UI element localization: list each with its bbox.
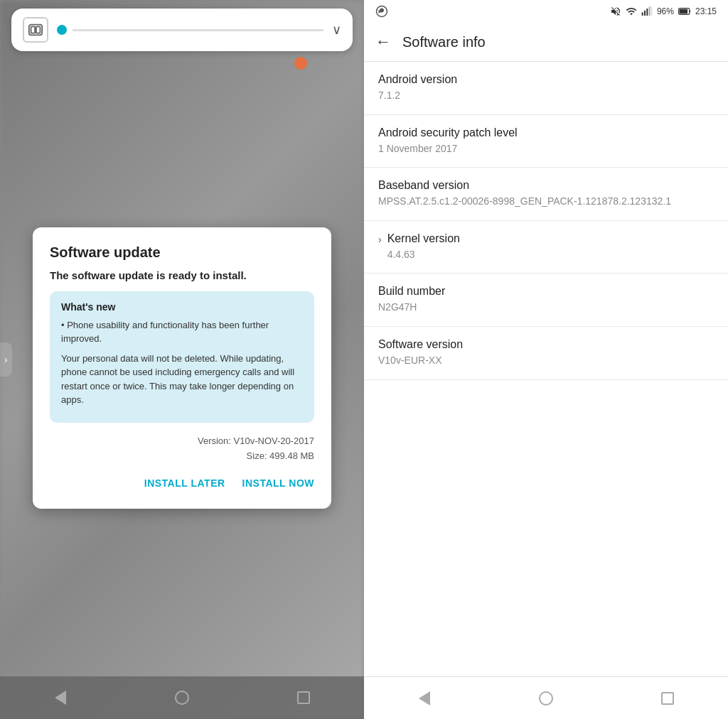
svg-rect-6 bbox=[646, 9, 648, 16]
update-meta: Version: V10v-NOV-20-2017 Size: 499.48 M… bbox=[50, 434, 314, 464]
whats-new-box: What's new • Phone usability and functio… bbox=[50, 291, 314, 423]
recents-icon bbox=[297, 691, 310, 704]
side-expand-button[interactable]: › bbox=[0, 342, 12, 377]
info-item: Android version 7.1.2 bbox=[364, 62, 728, 115]
dialog-subtitle: The software update is ready to install. bbox=[50, 269, 314, 281]
info-value: 7.1.2 bbox=[378, 89, 714, 103]
bottom-nav-right bbox=[364, 676, 728, 719]
svg-rect-4 bbox=[642, 12, 643, 16]
recents-button-right[interactable] bbox=[653, 684, 682, 713]
home-icon bbox=[175, 691, 189, 705]
bottom-nav-left bbox=[0, 676, 364, 719]
notification-dot bbox=[294, 57, 307, 70]
back-icon bbox=[55, 691, 66, 705]
battery-percentage: 96% bbox=[657, 6, 674, 16]
info-label: Android version bbox=[378, 73, 714, 86]
svg-rect-5 bbox=[644, 11, 646, 16]
back-icon-right bbox=[419, 691, 430, 706]
signal-icon bbox=[641, 6, 653, 17]
recents-button[interactable] bbox=[289, 683, 318, 712]
svg-rect-10 bbox=[680, 9, 687, 14]
status-bar: 96% 23:15 bbox=[364, 0, 728, 23]
info-value: MPSS.AT.2.5.c1.2-00026-8998_GEN_PACK-1.1… bbox=[378, 195, 714, 209]
chevron-down-icon[interactable]: ∨ bbox=[332, 22, 341, 38]
install-later-button[interactable]: INSTALL LATER bbox=[144, 475, 225, 492]
status-right: 96% 23:15 bbox=[610, 6, 717, 17]
svg-rect-2 bbox=[36, 26, 40, 33]
progress-dot bbox=[57, 25, 67, 35]
info-item: Build number N2G47H bbox=[364, 274, 728, 327]
whatsapp-icon bbox=[375, 5, 388, 18]
recents-icon-right bbox=[661, 692, 674, 705]
app-header: ← Software info bbox=[364, 23, 728, 62]
install-now-button[interactable]: INSTALL NOW bbox=[242, 475, 314, 492]
info-list: Android version 7.1.2 Android security p… bbox=[364, 62, 728, 676]
back-button-right[interactable] bbox=[410, 684, 439, 713]
svg-rect-7 bbox=[649, 6, 651, 16]
info-value: 1 November 2017 bbox=[378, 142, 714, 156]
info-label: Kernel version bbox=[387, 232, 460, 245]
info-item-with-arrow: › Kernel version 4.4.63 bbox=[378, 232, 714, 262]
svg-rect-8 bbox=[651, 6, 652, 16]
left-panel: ∨ › Software update The software update … bbox=[0, 0, 364, 719]
dialog-buttons: INSTALL LATER INSTALL NOW bbox=[50, 475, 314, 492]
page-title: Software info bbox=[402, 34, 486, 50]
info-label: Build number bbox=[378, 285, 714, 298]
info-value: 4.4.63 bbox=[387, 248, 460, 262]
home-button[interactable] bbox=[168, 683, 196, 712]
wifi-icon bbox=[626, 6, 637, 17]
media-player-bar[interactable]: ∨ bbox=[11, 9, 353, 51]
back-button[interactable] bbox=[46, 683, 75, 712]
info-item: › Kernel version 4.4.63 bbox=[364, 221, 728, 274]
size-info: Size: 499.48 MB bbox=[50, 449, 314, 464]
progress-track bbox=[73, 29, 323, 31]
battery-icon bbox=[678, 7, 691, 16]
info-label: Baseband version bbox=[378, 179, 714, 192]
info-label: Android security patch level bbox=[378, 126, 714, 139]
mute-icon bbox=[610, 6, 621, 17]
dialog-title: Software update bbox=[50, 244, 314, 261]
back-button[interactable]: ← bbox=[375, 33, 391, 51]
status-left bbox=[375, 5, 388, 18]
whats-new-point2: Your personal data will not be deleted. … bbox=[61, 352, 303, 407]
expand-arrow-icon: › bbox=[378, 234, 382, 245]
media-progress bbox=[57, 25, 323, 35]
dialog-container: Software update The software update is r… bbox=[0, 60, 364, 676]
time-display: 23:15 bbox=[695, 6, 717, 16]
info-value: N2G47H bbox=[378, 301, 714, 315]
right-panel: 96% 23:15 ← Software info Android versio… bbox=[364, 0, 728, 719]
media-device-icon bbox=[23, 17, 48, 43]
info-value: V10v-EUR-XX bbox=[378, 354, 714, 368]
info-item: Android security patch level 1 November … bbox=[364, 115, 728, 168]
home-icon-right bbox=[539, 691, 553, 706]
info-item: Baseband version MPSS.AT.2.5.c1.2-00026-… bbox=[364, 168, 728, 221]
info-item: Software version V10v-EUR-XX bbox=[364, 327, 728, 380]
home-button-right[interactable] bbox=[532, 684, 560, 713]
info-label: Software version bbox=[378, 338, 714, 351]
whats-new-point1: • Phone usability and functionality has … bbox=[61, 318, 303, 346]
version-info: Version: V10v-NOV-20-2017 bbox=[50, 434, 314, 449]
software-update-dialog: Software update The software update is r… bbox=[33, 227, 331, 509]
svg-rect-1 bbox=[31, 26, 36, 33]
whats-new-heading: What's new bbox=[61, 301, 303, 313]
